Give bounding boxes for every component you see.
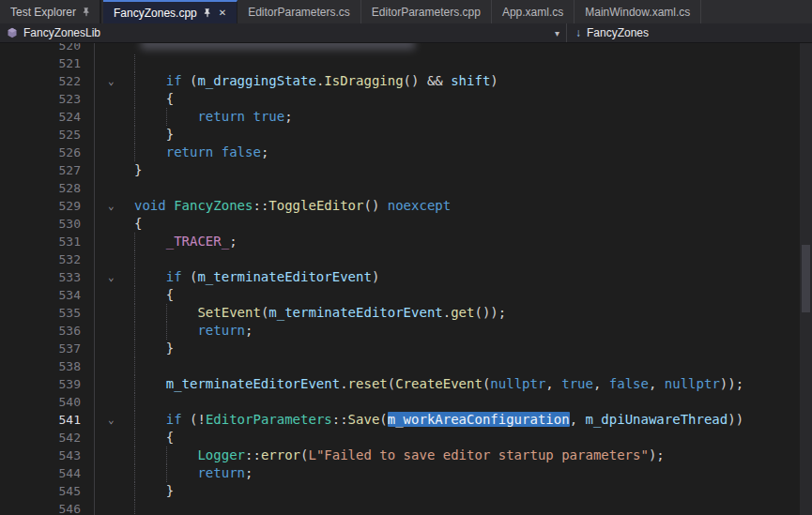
code-token: [134, 144, 166, 159]
line-number[interactable]: 533: [0, 268, 81, 286]
fold-margin: [81, 447, 131, 464]
code-token: true: [561, 376, 593, 391]
code-token: [134, 73, 166, 88]
line-number[interactable]: 541: [0, 411, 81, 429]
code-token: FancyZones: [174, 198, 253, 213]
code-line[interactable]: 541⌄ if (!EditorParameters::Save(m_workA…: [0, 411, 800, 429]
line-number[interactable]: 529: [0, 197, 81, 215]
fold-margin: [81, 429, 131, 447]
indent-guide: [166, 108, 167, 126]
line-number[interactable]: 542: [0, 429, 81, 447]
code-line[interactable]: 546: [0, 500, 800, 515]
fold-chevron-icon[interactable]: ⌄: [81, 268, 131, 286]
tab-test-explorer[interactable]: Test Explorer: [0, 0, 101, 23]
code-line[interactable]: 545 }: [0, 482, 800, 500]
fold-margin: [81, 393, 131, 411]
indent-guide: [134, 54, 135, 72]
code-line[interactable]: 538: [0, 357, 800, 375]
line-number[interactable]: 528: [0, 179, 81, 197]
fold-chevron-icon[interactable]: ⌄: [81, 72, 131, 90]
code-line[interactable]: 525 }: [0, 126, 800, 144]
code-line[interactable]: 537 }: [0, 340, 800, 357]
line-number[interactable]: 532: [0, 250, 81, 268]
indent-guide: [134, 375, 135, 393]
line-number[interactable]: 535: [0, 304, 81, 322]
tab-app-xaml-cs[interactable]: App.xaml.cs: [492, 0, 575, 23]
code-token: [134, 234, 166, 249]
indent-guide: [134, 393, 135, 411]
symbol-dropdown[interactable]: ↓ FancyZones: [567, 23, 657, 42]
code-line[interactable]: 543 Logger::error(L"Failed to save edito…: [0, 447, 800, 464]
tab-fancyzones-cpp[interactable]: FancyZones.cpp ✕: [103, 0, 237, 23]
code-content: {: [131, 90, 800, 108]
code-line[interactable]: 524 return true;: [0, 108, 800, 126]
line-number[interactable]: 543: [0, 447, 81, 464]
code-line[interactable]: 535 SetEvent(m_terminateEditorEvent.get(…: [0, 304, 800, 322]
line-number[interactable]: 523: [0, 90, 81, 108]
code-token: [213, 144, 221, 159]
line-number[interactable]: 527: [0, 161, 81, 179]
code-line[interactable]: 534 {: [0, 286, 800, 304]
code-line[interactable]: 531 _TRACER_;: [0, 233, 800, 250]
code-line[interactable]: 530{: [0, 215, 800, 233]
code-line[interactable]: 542 {: [0, 429, 800, 447]
code-line[interactable]: 521: [0, 54, 800, 72]
code-line[interactable]: 533⌄ if (m_terminateEditorEvent): [0, 268, 800, 286]
line-number[interactable]: 534: [0, 286, 81, 304]
line-number[interactable]: 544: [0, 464, 81, 482]
code-line[interactable]: 527}: [0, 161, 800, 179]
code-line[interactable]: 540: [0, 393, 800, 411]
tab-mainwindow-xaml-cs[interactable]: MainWindow.xaml.cs: [575, 0, 701, 23]
code-token: [134, 412, 166, 427]
pin-icon[interactable]: [82, 7, 91, 17]
tab-editorparameters-cs[interactable]: EditorParameters.cs: [237, 0, 361, 23]
line-number[interactable]: 520: [0, 43, 81, 54]
code-line[interactable]: 544 return;: [0, 464, 800, 482]
code-token: (!: [182, 412, 206, 427]
line-number[interactable]: 531: [0, 233, 81, 250]
line-number[interactable]: 524: [0, 108, 81, 126]
line-number[interactable]: 538: [0, 357, 81, 375]
indent-guide: [134, 126, 135, 144]
tab-bar-filler: [701, 0, 812, 23]
project-dropdown[interactable]: FancyZonesLib ▾: [0, 23, 567, 42]
close-icon[interactable]: ✕: [218, 8, 226, 18]
vertical-scrollbar[interactable]: [800, 43, 812, 515]
fold-chevron-icon[interactable]: ⌄: [81, 197, 131, 215]
code-line[interactable]: 528: [0, 179, 800, 197]
code-line[interactable]: 539 m_terminateEditorEvent.reset(CreateE…: [0, 375, 800, 393]
line-number[interactable]: 525: [0, 126, 81, 144]
code-line[interactable]: 523 {: [0, 90, 800, 108]
code-token: [134, 269, 166, 284]
tab-editorparameters-cpp[interactable]: EditorParameters.cpp: [361, 0, 492, 23]
code-token: m_draggingState: [197, 73, 315, 88]
pin-icon[interactable]: [203, 8, 212, 18]
scrollbar-thumb[interactable]: [802, 245, 810, 312]
indent-guide: [134, 482, 135, 500]
line-number[interactable]: 526: [0, 144, 81, 161]
code-content: return;: [131, 464, 800, 482]
code-token: }: [134, 162, 142, 177]
line-number[interactable]: 537: [0, 340, 81, 357]
fold-margin: [81, 304, 131, 322]
line-number[interactable]: 539: [0, 375, 81, 393]
line-number[interactable]: 521: [0, 54, 81, 72]
line-number[interactable]: 540: [0, 393, 81, 411]
line-number[interactable]: 522: [0, 72, 81, 90]
indent-guide: [134, 90, 135, 108]
code-line[interactable]: 536 return;: [0, 322, 800, 340]
line-number[interactable]: 530: [0, 215, 81, 233]
fold-chevron-icon[interactable]: ⌄: [81, 411, 131, 429]
code-editor[interactable]: 520521522⌄ if (m_draggingState.IsDraggin…: [0, 43, 812, 515]
line-number[interactable]: 546: [0, 500, 81, 515]
code-line[interactable]: 532: [0, 250, 800, 268]
code-content: void FancyZones::ToggleEditor() noexcept: [131, 197, 800, 215]
code-line[interactable]: 529⌄void FancyZones::ToggleEditor() noex…: [0, 197, 800, 215]
line-number[interactable]: 536: [0, 322, 81, 340]
code-line[interactable]: 526 return false;: [0, 144, 800, 161]
line-number[interactable]: 545: [0, 482, 81, 500]
code-line[interactable]: 522⌄ if (m_draggingState.IsDragging() &&…: [0, 72, 800, 90]
code-token: }: [134, 483, 174, 498]
fold-margin: [81, 43, 131, 54]
code-line[interactable]: 520: [0, 43, 800, 54]
